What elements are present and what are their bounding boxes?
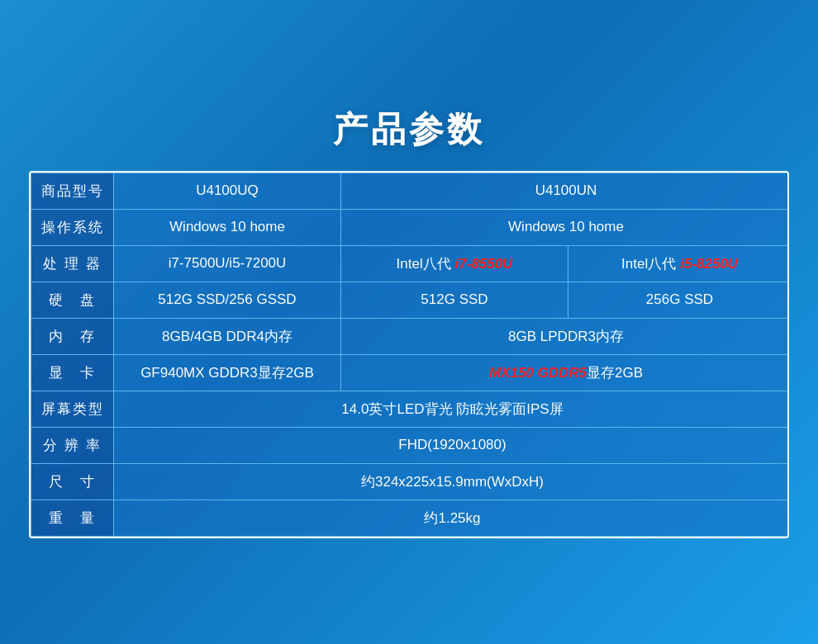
- row-label: 内 存: [31, 318, 114, 354]
- row-data-cell: FHD(1920x1080): [114, 427, 790, 463]
- table-row: 处 理 器i7-7500U/i5-7200UIntel八代 i7-8550UIn…: [31, 245, 790, 282]
- row-label: 重 量: [31, 500, 114, 536]
- row-data-cell: 约1.25kg: [114, 500, 790, 536]
- table-row: 硬 盘512G SSD/256 GSSD512G SSD256G SSD: [31, 282, 790, 318]
- row-data-cell: 8GB/4GB DDR4内存: [114, 318, 341, 354]
- row-data-cell: Windows 10 home: [114, 209, 341, 245]
- row-data-cell: Intel八代 i5-8250U: [568, 245, 790, 282]
- row-data-cell: 256G SSD: [568, 282, 790, 318]
- table-row: 分 辨 率FHD(1920x1080): [31, 427, 790, 463]
- row-data-cell: 8GB LPDDR3内存: [341, 318, 790, 354]
- row-label: 硬 盘: [31, 282, 114, 318]
- row-label: 处 理 器: [31, 245, 114, 282]
- table-row: 显 卡GF940MX GDDR3显存2GBMX150 GDDR5显存2GB: [31, 354, 790, 391]
- row-data-cell: GF940MX GDDR3显存2GB: [114, 354, 341, 391]
- row-label: 显 卡: [31, 354, 114, 391]
- row-data-cell: 512G SSD: [341, 282, 568, 318]
- row-label: 屏幕类型: [31, 391, 114, 427]
- table-row: 屏幕类型14.0英寸LED背光 防眩光雾面IPS屏: [31, 391, 790, 427]
- row-label: 商品型号: [31, 173, 114, 209]
- row-data-cell: 约324x225x15.9mm(WxDxH): [114, 463, 790, 500]
- row-data-cell: MX150 GDDR5显存2GB: [341, 354, 790, 391]
- table-row: 内 存8GB/4GB DDR4内存8GB LPDDR3内存: [31, 318, 790, 354]
- table-row: 重 量约1.25kg: [31, 500, 790, 536]
- highlight-text: i5-8250U: [680, 256, 738, 272]
- table-row: 尺 寸约324x225x15.9mm(WxDxH): [31, 463, 790, 500]
- row-label: 操作系统: [31, 209, 114, 245]
- row-data-cell: i7-7500U/i5-7200U: [114, 245, 341, 282]
- table-row: 操作系统Windows 10 homeWindows 10 home: [31, 209, 790, 245]
- highlight-text: MX150 GDDR5: [489, 365, 587, 381]
- page-title: 产品参数: [333, 107, 485, 153]
- row-data-cell: 512G SSD/256 GSSD: [114, 282, 341, 318]
- spec-table-wrapper: 商品型号U4100UQU4100UN操作系统Windows 10 homeWin…: [29, 171, 789, 538]
- row-data-cell: Windows 10 home: [341, 209, 790, 245]
- row-label: 尺 寸: [31, 463, 114, 500]
- highlight-text: i7-8550U: [454, 256, 512, 272]
- row-data-cell: Intel八代 i7-8550U: [341, 245, 568, 282]
- row-label: 分 辨 率: [31, 427, 114, 463]
- row-data-cell: 14.0英寸LED背光 防眩光雾面IPS屏: [114, 391, 790, 427]
- row-data-cell: U4100UN: [341, 173, 790, 209]
- table-row: 商品型号U4100UQU4100UN: [31, 173, 790, 209]
- row-data-cell: U4100UQ: [114, 173, 341, 209]
- spec-table: 商品型号U4100UQU4100UN操作系统Windows 10 homeWin…: [31, 173, 789, 537]
